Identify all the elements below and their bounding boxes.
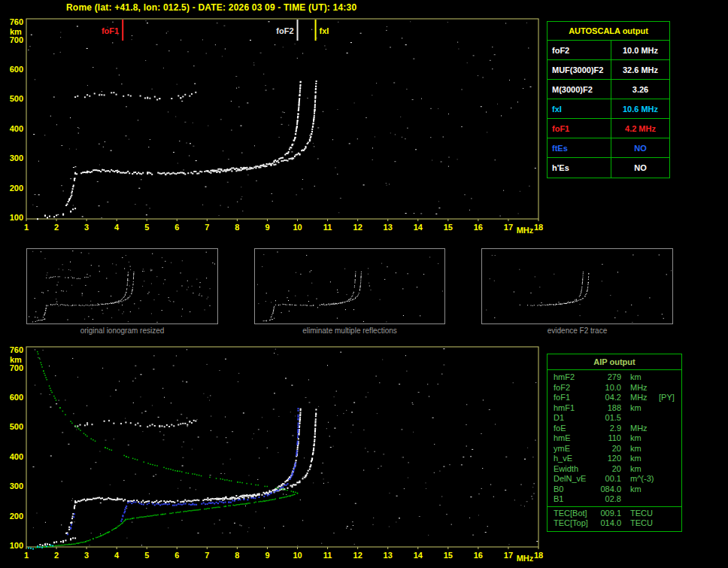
param-label: MUF(3000)F2: [548, 60, 611, 79]
trace-second-hop: [74, 92, 196, 101]
param-name: B1: [548, 494, 594, 505]
axis-labels: 123456789101112131415161718MHz7607006005…: [10, 17, 543, 235]
y-tick-label: 600: [10, 65, 23, 74]
trace-E-tail: [37, 208, 76, 220]
thumbnail-evidence-f2-trace: [481, 248, 673, 324]
marker-label-fxI: fxI: [320, 26, 329, 35]
aip-row-hmF1: hmF1188km: [548, 403, 681, 414]
aip-row-B1: B102.8: [548, 494, 681, 505]
param-unit: MHz: [621, 393, 656, 403]
param-value: 279: [594, 372, 621, 383]
trace-F-trace-X: [98, 272, 135, 305]
trace-F-trace-X: [207, 80, 317, 172]
x-tick-label: 7: [205, 551, 209, 560]
param-value: 014.0: [594, 518, 621, 529]
param-name: hmF1: [548, 403, 594, 414]
x-tick-label: 9: [265, 551, 269, 560]
param-label: h'Es: [548, 158, 611, 178]
aip-table-title: AIP output: [548, 354, 681, 370]
x-tick-label: 11: [323, 223, 332, 232]
y-tick-label: 700: [10, 363, 23, 372]
marker-line-fxI: [315, 20, 317, 41]
param-extra: [656, 454, 681, 464]
plot-border: [26, 19, 538, 219]
trace-F-trace-O: [275, 272, 356, 306]
y-tick-label: 500: [10, 94, 23, 103]
thumbnail-caption-original: original ionogram resized: [26, 327, 218, 335]
autoscala-output-table: AUTOSCALA outputfoF210.0 MHzMUF(3000)F23…: [547, 21, 670, 178]
aip-row-Ewidth: Ewidth20km: [548, 464, 681, 475]
trace-second-hop: [46, 275, 90, 279]
y-axis-unit: km: [10, 27, 22, 36]
x-tick-label: 17: [504, 223, 513, 232]
param-unit: km: [621, 464, 656, 475]
x-tick-label: 4: [114, 223, 120, 232]
trace-F1-cusp: [65, 173, 76, 206]
x-tick-label: 10: [293, 223, 302, 232]
x-tick-label: 8: [235, 223, 239, 232]
param-extra: [656, 474, 681, 484]
param-name: B0: [548, 484, 594, 495]
x-tick-label: 18: [534, 223, 543, 232]
x-tick-label: 11: [323, 551, 332, 560]
thumb-noise-layer: [29, 251, 215, 323]
trace-F-trace-O: [74, 81, 302, 175]
param-label: fxI: [548, 99, 611, 118]
param-value: 084.0: [594, 484, 621, 495]
param-extra: [656, 444, 681, 454]
param-name: foE: [548, 424, 594, 434]
x-tick-label: 4: [114, 551, 120, 560]
x-tick-label: 10: [293, 551, 302, 560]
x-tick-label: 14: [414, 551, 423, 560]
param-value: NO: [611, 138, 669, 157]
autoscala-row-foF1: foF14.2 MHz: [548, 119, 669, 138]
param-value: 04.2: [594, 393, 621, 403]
y-tick-label: 300: [10, 153, 23, 163]
param-extra: [PY]: [656, 393, 681, 403]
marker-label-foF1: foF1: [102, 26, 119, 35]
thumb-noise-layer: [486, 254, 672, 323]
param-value: 120: [594, 454, 621, 464]
param-extra: [656, 509, 681, 518]
param-name: foF2: [548, 383, 594, 393]
param-extra: [656, 518, 681, 529]
param-value: 32.6 MHz: [611, 60, 669, 79]
x-tick-label: 17: [504, 551, 513, 560]
y-axis-unit: km: [10, 355, 22, 364]
param-value: 3.26: [611, 80, 669, 99]
trace-F-trace-O: [74, 409, 302, 504]
param-value: 10.0 MHz: [611, 41, 669, 59]
noise-layer: [33, 348, 538, 546]
param-name: ymE: [548, 444, 594, 454]
x-tick-label: 6: [174, 551, 179, 560]
param-unit: MHz: [621, 424, 656, 434]
param-extra: [656, 464, 681, 475]
x-tick-label: 5: [144, 551, 149, 560]
thumbnail-caption-evidence: evidence F2 trace: [481, 327, 673, 335]
param-unit: m^(-3): [621, 474, 656, 484]
marker-line-foF1: [122, 20, 123, 41]
param-label: foF1: [548, 119, 611, 138]
x-tick-label: 16: [474, 551, 483, 560]
profile-ionogram-plot: 123456789101112131415161718MHz7607006005…: [0, 339, 547, 568]
plot-border: [26, 347, 538, 547]
y-tick-label: 100: [10, 541, 23, 550]
marker-line-foF2: [297, 20, 299, 41]
thumbnail-evidence-f2-trace-image: [482, 249, 672, 323]
param-extra: [656, 494, 681, 505]
param-value: 009.1: [594, 509, 621, 518]
x-tick-label: 7: [205, 223, 209, 232]
trace-scaled-cusp: [67, 513, 75, 535]
autoscala-window: Rome (lat: +41.8, lon: 012.5) - DATE: 20…: [0, 0, 728, 568]
param-name: TEC[Bot]: [548, 509, 594, 518]
param-name: Ewidth: [548, 464, 594, 475]
param-extra: [656, 484, 681, 495]
trace-second-hop: [74, 420, 196, 427]
x-tick-label: 2: [54, 551, 59, 560]
trace-E-tail: [263, 318, 275, 322]
trace-scaled-F-trace: [127, 408, 299, 506]
aip-row-DelN_vE: DelN_vE00.1m^(-3): [548, 474, 681, 484]
thumb-noise-layer: [257, 252, 443, 323]
trace-F1-cusp: [271, 306, 275, 318]
autoscala-table-title: AUTOSCALA output: [548, 22, 669, 41]
